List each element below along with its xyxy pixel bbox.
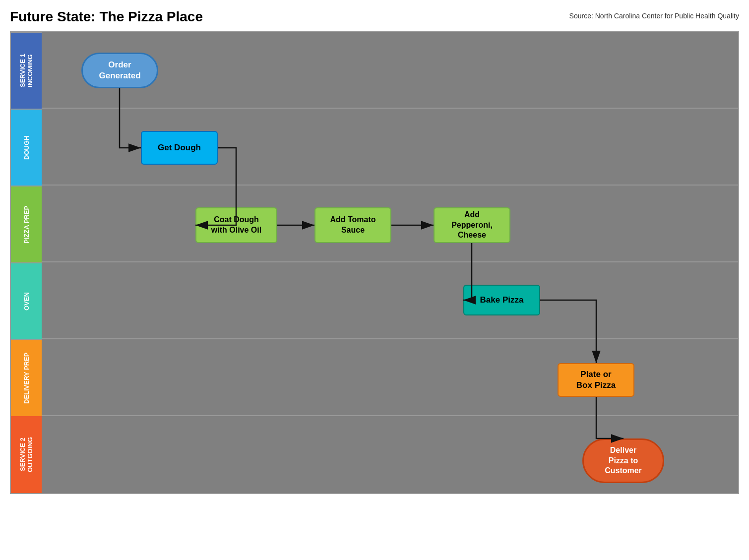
diagram-container: SERVICE 1INCOMING DOUGH PIZZA PREP OVEN … [10,31,739,494]
lane-label-oven: OVEN [11,262,42,339]
lane-label-service2: SERVICE 2OUTGOING [11,416,42,493]
lane-labels: SERVICE 1INCOMING DOUGH PIZZA PREP OVEN … [11,32,42,493]
node-deliver-pizza: DeliverPizza toCustomer [582,438,664,483]
lane-label-dough: DOUGH [11,109,42,186]
header: Future State: The Pizza Place Source: No… [10,9,739,25]
node-order-generated: OrderGenerated [81,53,158,88]
page-wrapper: Future State: The Pizza Place Source: No… [0,0,749,504]
node-add-tomato: Add TomatoSauce [314,207,391,243]
lane-label-service1: SERVICE 1INCOMING [11,32,42,109]
lane-label-pizza-prep: PIZZA PREP [11,186,42,262]
full-diagram: OrderGenerated Get Dough Coat Doughwith … [42,32,738,493]
node-bake-pizza: Bake Pizza [463,285,540,315]
diagram-inner: OrderGenerated Get Dough Coat Doughwith … [42,32,738,493]
lane-label-delivery: DELIVERY PREP [11,339,42,416]
page-title: Future State: The Pizza Place [10,9,203,25]
node-coat-dough: Coat Doughwith Olive Oil [195,207,277,243]
node-plate-box: Plate orBox Pizza [558,363,634,397]
node-get-dough: Get Dough [141,131,218,165]
source-text: Source: North Carolina Center for Public… [569,12,739,20]
node-add-pepperoni: AddPepperoni,Cheese [434,207,510,243]
